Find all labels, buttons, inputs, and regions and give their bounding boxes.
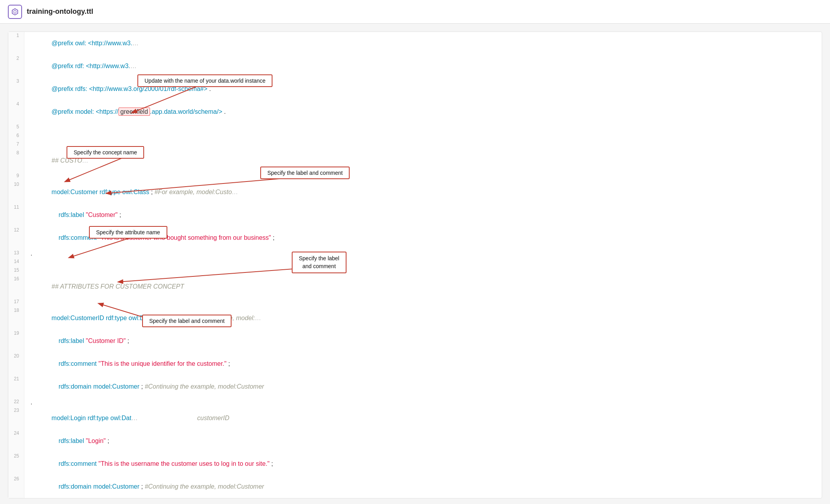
file-title: training-ontology.ttl (27, 7, 93, 16)
code-editor: Update with the name of your data.world … (8, 32, 822, 498)
line-number: 2 (8, 55, 24, 78)
main-content: Update with the name of your data.world … (0, 24, 830, 504)
svg-marker-0 (12, 9, 18, 15)
code-line: 24 rdfs:label "Login" ; (8, 430, 822, 452)
code-text: @prefix model: <https://greenfield.app.d… (24, 100, 822, 123)
code-text: rdfs:label "Customer" ; (24, 204, 822, 226)
annotation-label-comment-2: Specify the labeland comment (292, 252, 346, 273)
svg-marker-1 (14, 10, 16, 13)
code-line: 15 (8, 267, 822, 275)
code-line: 14 (8, 258, 822, 267)
code-text: rdfs:label "Customer ID" ; (24, 330, 822, 352)
code-line: 18 model:CustomerID rdf:type owl:Datatyp… (8, 307, 822, 330)
annotation-update-instance: Update with the name of your data.world … (137, 74, 272, 87)
greenfield-highlight: greenfield (119, 107, 150, 116)
line-number: 4 (8, 100, 24, 123)
code-text: rdfs:domain model:Customer ; #Continuing… (24, 475, 822, 498)
annotation-label-comment-1: Specify the label and comment (260, 167, 350, 179)
code-line: 1 @prefix owl: <http://www.w3.… (8, 32, 822, 55)
line-number: 1 (8, 32, 24, 55)
line-number: 3 (8, 78, 24, 100)
code-text: rdfs:domain model:Customer ; #Continuing… (24, 375, 822, 398)
code-text: . (24, 398, 822, 407)
code-line: 26 rdfs:domain model:Customer ; #Continu… (8, 475, 822, 498)
code-text: model:Login rdf:type owl:Dat… customerID (24, 407, 822, 430)
code-line: 3 @prefix rdfs: <http://www.w3.org/2000/… (8, 78, 822, 100)
code-line: 4 @prefix model: <https://greenfield.app… (8, 100, 822, 123)
code-line: 5 (8, 123, 822, 132)
annotation-attr-name: Specify the attribute name (89, 226, 167, 239)
code-line: 13 . (8, 249, 822, 258)
code-line: 9 (8, 172, 822, 181)
code-line: 11 rdfs:label "Customer" ; (8, 204, 822, 226)
code-line: 23 model:Login rdf:type owl:Dat… custome… (8, 407, 822, 430)
code-line: 21 rdfs:domain model:Customer ; #Continu… (8, 375, 822, 398)
code-line: 6 (8, 132, 822, 141)
code-text: rdfs:comment "This is the unique identif… (24, 352, 822, 375)
code-text: . (24, 249, 822, 258)
code-line: 2 @prefix rdf: <http://www.w3.… (8, 55, 822, 78)
code-text: ## ATTRIBUTES FOR CUSTOMER CONCEPT (24, 275, 822, 298)
code-text: rdfs:label "Login" ; (24, 430, 822, 452)
code-line: 17 (8, 298, 822, 307)
code-line: 20 rdfs:comment "This is the unique iden… (8, 352, 822, 375)
code-line: 16 ## ATTRIBUTES FOR CUSTOMER CONCEPT (8, 275, 822, 298)
code-content: 1 @prefix owl: <http://www.w3.… 2 @prefi… (8, 32, 822, 498)
annotation-map-attr: Specify the label and comment (142, 315, 232, 327)
code-line: 25 rdfs:comment "This is the username th… (8, 452, 822, 475)
app-icon (8, 5, 22, 19)
code-text: model:Customer rdf:type owl:Class ; #For… (24, 181, 822, 204)
code-text: rdfs:comment "This is the username the c… (24, 452, 822, 475)
code-text: @prefix owl: <http://www.w3.… (24, 32, 822, 55)
code-line: 19 rdfs:label "Customer ID" ; (8, 330, 822, 352)
annotation-concept-name: Specify the concept name (67, 146, 144, 159)
app-header: training-ontology.ttl (0, 0, 830, 24)
code-line: 10 model:Customer rdf:type owl:Class ; #… (8, 181, 822, 204)
code-line: 22 . (8, 398, 822, 407)
